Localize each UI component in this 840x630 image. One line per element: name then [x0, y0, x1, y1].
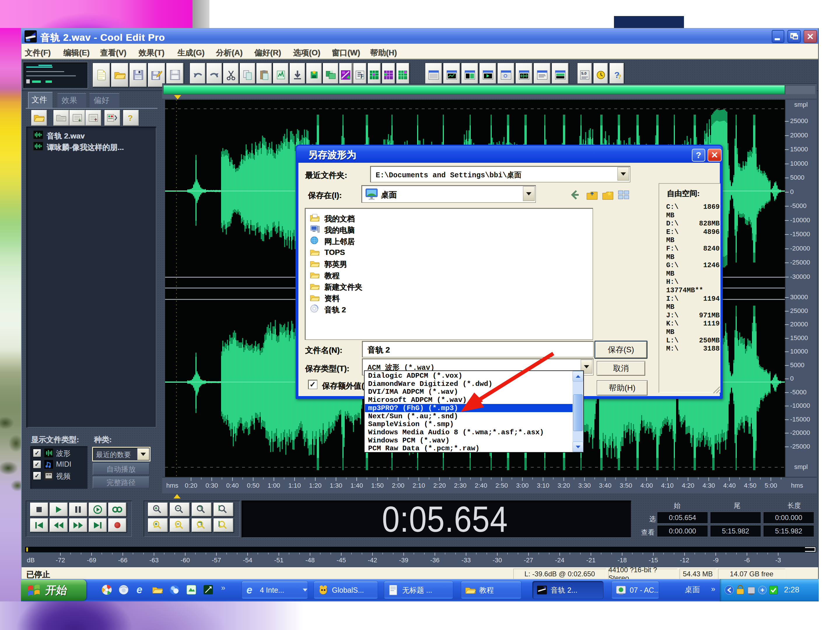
svg-text:e: e — [246, 584, 252, 596]
svg-text:F: F — [360, 74, 364, 80]
svg-text:?: ? — [618, 74, 621, 80]
svg-text:?: ? — [128, 114, 133, 123]
svg-text:e: e — [136, 584, 142, 595]
svg-text:5.0: 5.0 — [581, 71, 587, 76]
